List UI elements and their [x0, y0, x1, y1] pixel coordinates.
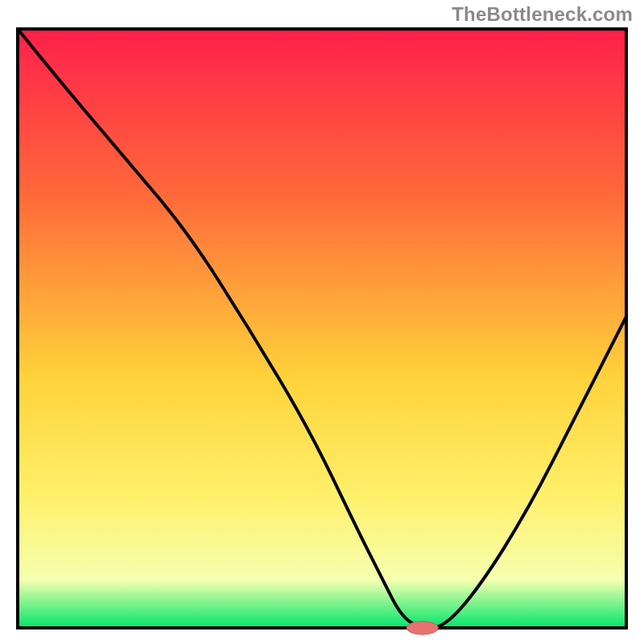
optimal-marker [407, 621, 438, 634]
watermark-text: TheBottleneck.com [452, 3, 633, 26]
plot-background [18, 29, 626, 628]
bottleneck-chart [0, 0, 644, 644]
chart-stage: TheBottleneck.com [0, 0, 644, 644]
